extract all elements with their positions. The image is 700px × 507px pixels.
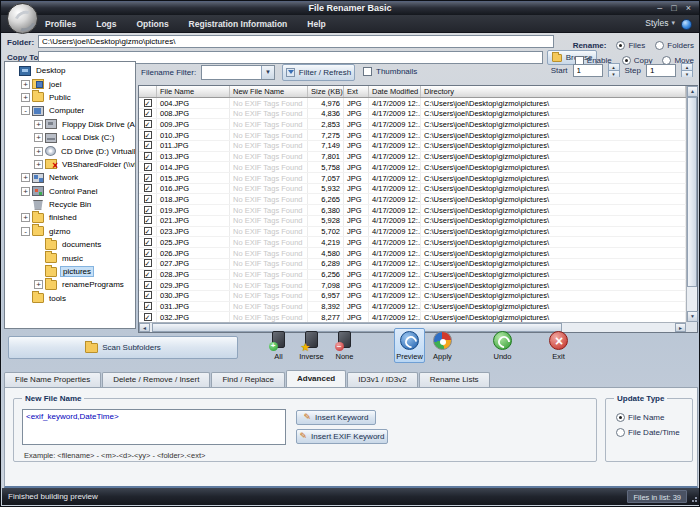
action-undo-button[interactable]: Undo xyxy=(487,328,518,363)
expand-icon[interactable]: + xyxy=(34,147,43,156)
tree-item-desktop[interactable]: Desktop xyxy=(5,64,135,77)
expand-icon[interactable]: + xyxy=(34,133,43,142)
row-checkbox[interactable]: ✓ xyxy=(144,249,152,257)
file-row[interactable]: ✓014.JPGNo EXIF Tags Found5,758JPG4/17/2… xyxy=(139,162,686,173)
column-header-ext[interactable]: Ext xyxy=(344,86,369,97)
row-checkbox[interactable]: ✓ xyxy=(144,227,152,235)
row-checkbox[interactable]: ✓ xyxy=(144,99,152,107)
row-checkbox[interactable]: ✓ xyxy=(144,216,152,224)
rename-files-radio[interactable]: Files xyxy=(616,41,645,50)
collapse-icon[interactable]: - xyxy=(21,106,30,115)
tree-item-tools[interactable]: tools xyxy=(5,292,135,305)
menu-item-help[interactable]: Help xyxy=(307,19,325,29)
insert-exif-keyword-button[interactable]: ✎ Insert EXIF Keyword xyxy=(296,429,388,444)
combo-dropdown-icon[interactable]: ▼ xyxy=(261,66,274,79)
file-row[interactable]: ✓027.JPGNo EXIF Tags Found6,289JPG4/17/2… xyxy=(139,259,686,270)
column-header-new-file-name[interactable]: New File Name xyxy=(230,86,308,97)
menu-item-registration-information[interactable]: Registration Information xyxy=(189,19,288,29)
tree-item-public[interactable]: +Public xyxy=(5,91,135,104)
tree-item-cd-drive-d-virtualbox-guest[interactable]: +CD Drive (D:) VirtualBox Guest xyxy=(5,144,135,157)
row-checkbox[interactable]: ✓ xyxy=(144,152,152,160)
tab-rename-lists[interactable]: Rename Lists xyxy=(419,372,490,388)
menu-item-profiles[interactable]: Profiles xyxy=(45,19,76,29)
action-all-button[interactable]: +All xyxy=(263,328,294,363)
tree-item-music[interactable]: music xyxy=(5,251,135,264)
row-checkbox[interactable]: ✓ xyxy=(144,313,152,321)
update-type-file-name-radio[interactable]: File Name xyxy=(616,413,680,422)
action-exit-button[interactable]: Exit xyxy=(543,328,574,363)
tree-item-control-panel[interactable]: +Control Panel xyxy=(5,185,135,198)
file-row[interactable]: ✓028.JPGNo EXIF Tags Found6,256JPG4/17/2… xyxy=(139,270,686,281)
vertical-scroll-thumb[interactable] xyxy=(687,97,697,287)
file-row[interactable]: ✓025.JPGNo EXIF Tags Found4,219JPG4/17/2… xyxy=(139,237,686,248)
close-button[interactable]: × xyxy=(686,2,691,15)
tree-item-renameprograms[interactable]: +renamePrograms xyxy=(5,278,135,291)
file-row[interactable]: ✓013.JPGNo EXIF Tags Found7,801JPG4/17/2… xyxy=(139,152,686,163)
expand-icon[interactable]: + xyxy=(34,160,43,169)
rename-folders-radio[interactable]: Folders xyxy=(655,41,694,50)
tree-item-documents[interactable]: documents xyxy=(5,238,135,251)
step-input[interactable] xyxy=(646,64,676,77)
file-row[interactable]: ✓010.JPGNo EXIF Tags Found7,275JPG4/17/2… xyxy=(139,130,686,141)
file-row[interactable]: ✓031.JPGNo EXIF Tags Found8,392JPG4/17/2… xyxy=(139,302,686,313)
help-globe-icon[interactable] xyxy=(681,19,692,30)
file-row[interactable]: ✓019.JPGNo EXIF Tags Found6,380JPG4/17/2… xyxy=(139,205,686,216)
expand-icon[interactable]: + xyxy=(21,93,30,102)
tree-item-vbsharedfolder-vboxsvr-z[interactable]: +VBSharedFolder (\\vboxsvr) (Z xyxy=(5,158,135,171)
file-row[interactable]: ✓004.JPGNo EXIF Tags Found4,976JPG4/17/2… xyxy=(139,98,686,109)
expand-icon[interactable]: + xyxy=(34,120,43,129)
column-header-directory[interactable]: Directory xyxy=(421,86,686,97)
tree-item-local-disk-c[interactable]: +Local Disk (C:) xyxy=(5,131,135,144)
expand-icon[interactable]: + xyxy=(21,80,30,89)
row-checkbox[interactable]: ✓ xyxy=(144,206,152,214)
thumbnails-checkbox[interactable]: Thumbnails xyxy=(363,67,417,76)
row-checkbox[interactable]: ✓ xyxy=(144,270,152,278)
file-row[interactable]: ✓018.JPGNo EXIF Tags Found6,265JPG4/17/2… xyxy=(139,194,686,205)
tree-item-recycle-bin[interactable]: Recycle Bin xyxy=(5,198,135,211)
tree-item-computer[interactable]: -Computer xyxy=(5,104,135,117)
scroll-right-icon[interactable]: ► xyxy=(675,323,686,332)
filter-refresh-button[interactable]: Filter / Refresh xyxy=(282,64,355,81)
expand-icon[interactable]: + xyxy=(21,173,30,182)
row-checkbox[interactable]: ✓ xyxy=(144,109,152,117)
minimize-button[interactable]: – xyxy=(657,2,662,15)
tab-delete-remove-insert[interactable]: Delete / Remove / Insert xyxy=(102,372,210,388)
filename-filter-combobox[interactable]: ▼ xyxy=(201,65,275,80)
file-row[interactable]: ✓021.JPGNo EXIF Tags Found5,928JPG4/17/2… xyxy=(139,216,686,227)
scroll-up-icon[interactable]: ▲ xyxy=(687,86,698,97)
action-none-button[interactable]: –None xyxy=(329,328,360,363)
file-row[interactable]: ✓029.JPGNo EXIF Tags Found7,098JPG4/17/2… xyxy=(139,280,686,291)
menu-item-options[interactable]: Options xyxy=(137,19,169,29)
tab-file-name-properties[interactable]: File Name Properties xyxy=(4,372,101,388)
row-checkbox[interactable]: ✓ xyxy=(144,184,152,192)
scroll-down-icon[interactable]: ▼ xyxy=(687,311,698,322)
row-checkbox[interactable]: ✓ xyxy=(144,259,152,267)
tree-item-finished[interactable]: +finished xyxy=(5,211,135,224)
styles-menu[interactable]: Styles ▾ xyxy=(645,18,675,28)
row-checkbox[interactable]: ✓ xyxy=(144,238,152,246)
tree-item-joel[interactable]: +joel xyxy=(5,77,135,90)
column-header-file-name[interactable]: File Name xyxy=(157,86,230,97)
file-row[interactable]: ✓015.JPGNo EXIF Tags Found7,057JPG4/17/2… xyxy=(139,173,686,184)
start-input[interactable] xyxy=(573,64,603,77)
tab-find-replace[interactable]: Find / Replace xyxy=(211,372,285,388)
expand-icon[interactable]: + xyxy=(21,187,30,196)
action-preview-button[interactable]: Preview xyxy=(394,328,425,363)
action-inverse-button[interactable]: ★Inverse xyxy=(296,328,327,363)
row-checkbox[interactable]: ✓ xyxy=(144,141,152,149)
row-checkbox[interactable]: ✓ xyxy=(144,195,152,203)
tree-item-network[interactable]: +Network xyxy=(5,171,135,184)
vertical-scrollbar[interactable]: ▲ ▼ xyxy=(686,86,697,322)
folder-input[interactable] xyxy=(38,35,554,48)
file-row[interactable]: ✓016.JPGNo EXIF Tags Found5,932JPG4/17/2… xyxy=(139,184,686,195)
row-checkbox[interactable]: ✓ xyxy=(144,291,152,299)
file-row[interactable]: ✓011.JPGNo EXIF Tags Found7,149JPG4/17/2… xyxy=(139,141,686,152)
tree-item-pictures[interactable]: pictures xyxy=(5,265,135,278)
file-row[interactable]: ✓008.JPGNo EXIF Tags Found4,836JPG4/17/2… xyxy=(139,109,686,120)
file-row[interactable]: ✓026.JPGNo EXIF Tags Found4,580JPG4/17/2… xyxy=(139,248,686,259)
maximize-button[interactable]: □ xyxy=(671,2,676,15)
column-header-checkbox[interactable] xyxy=(139,86,157,97)
file-row[interactable]: ✓030.JPGNo EXIF Tags Found6,957JPG4/17/2… xyxy=(139,291,686,302)
file-row[interactable]: ✓009.JPGNo EXIF Tags Found2,853JPG4/17/2… xyxy=(139,119,686,130)
row-checkbox[interactable]: ✓ xyxy=(144,120,152,128)
